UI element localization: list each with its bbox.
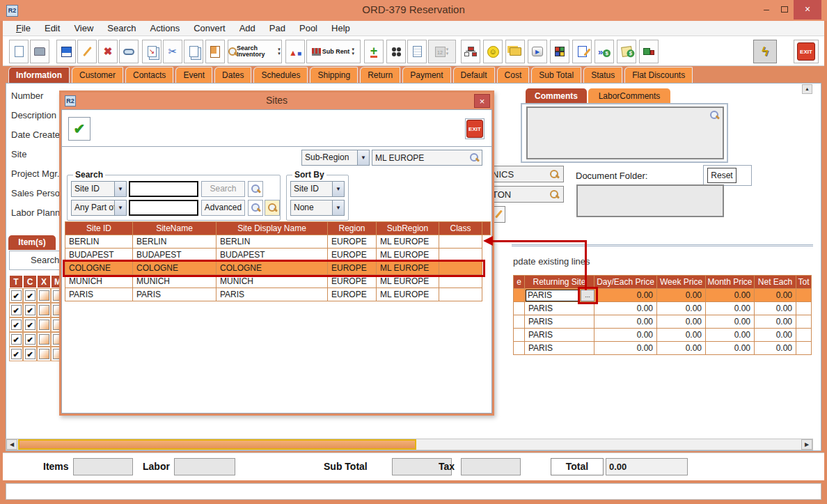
col-header-week-price[interactable]: Week Price <box>657 276 706 289</box>
checkbox[interactable] <box>23 332 37 347</box>
advanced-find-button[interactable] <box>248 200 263 216</box>
chevron-down-icon[interactable]: ▼ <box>114 182 126 196</box>
tab-dates[interactable]: Dates <box>214 67 251 83</box>
customer-button[interactable]: ☺ <box>483 40 503 63</box>
col-header-class[interactable]: Class <box>439 222 482 235</box>
magnifier-icon[interactable] <box>470 153 479 162</box>
dialog-close-button[interactable]: × <box>474 94 490 108</box>
table-row[interactable]: PARIS 0.00 0.00 0.00 0.00 <box>514 315 812 329</box>
search-button[interactable]: Search <box>201 181 245 197</box>
col-header-site-id[interactable]: Site ID <box>65 222 133 235</box>
tab-schedules[interactable]: Schedules <box>253 67 308 83</box>
transport-button[interactable] <box>639 40 659 63</box>
table-row[interactable]: PARIS 0.00 0.00 0.00 0.00 <box>514 302 812 315</box>
comments-textarea[interactable] <box>526 107 724 159</box>
tab-return[interactable]: Return <box>360 67 400 83</box>
checkbox[interactable] <box>37 317 51 332</box>
checkbox[interactable] <box>37 332 51 347</box>
maximize-button[interactable] <box>774 0 795 19</box>
col-header-day-each-price[interactable]: Day/Each Price <box>594 276 657 289</box>
org-chart-button[interactable] <box>461 40 480 63</box>
chevron-down-icon[interactable]: ▼ <box>332 200 344 215</box>
scroll-up-button[interactable]: ▲ <box>802 84 812 94</box>
menu-pool[interactable]: Pool <box>293 22 324 35</box>
col-header-month-price[interactable]: Month Price <box>706 276 755 289</box>
history-folder-button[interactable] <box>505 40 525 63</box>
checkbox[interactable] <box>23 288 37 303</box>
checkbox[interactable] <box>9 317 23 332</box>
search-input-2[interactable] <box>129 200 198 216</box>
tab-flat-discounts[interactable]: Flat Discounts <box>624 67 693 83</box>
tab-comments[interactable]: Comments <box>526 88 587 103</box>
table-row-paris[interactable]: PARISPARISPARISEUROPEML EUROPE <box>65 288 482 301</box>
edit-button[interactable] <box>77 40 97 63</box>
tab-labor-comments[interactable]: LaborComments <box>588 88 670 103</box>
save-button[interactable] <box>56 40 76 63</box>
horizontal-scrollbar[interactable]: ◀ ▶ <box>6 439 813 450</box>
menu-view[interactable]: View <box>68 22 100 35</box>
search-lookup-button[interactable] <box>248 181 263 197</box>
edit-note-button[interactable] <box>572 40 592 63</box>
partial-field-ton[interactable]: TON <box>487 186 564 203</box>
exit-button[interactable]: EXIT <box>794 40 819 63</box>
partial-field-nics[interactable]: NICS <box>487 166 564 182</box>
copy-move-button[interactable]: ↘ <box>142 40 162 63</box>
advanced-button[interactable]: Advanced <box>201 200 245 216</box>
tab-information[interactable]: Information <box>8 67 70 83</box>
scroll-left-button[interactable]: ◀ <box>6 439 17 450</box>
menu-help[interactable]: Help <box>325 22 356 35</box>
chevron-down-icon[interactable]: ▼ <box>357 150 369 165</box>
menu-file[interactable]: File <box>10 22 37 35</box>
menu-edit[interactable]: Edit <box>38 22 66 35</box>
col-header-site-name[interactable]: SiteName <box>133 222 216 235</box>
checkbox[interactable] <box>37 303 51 317</box>
chevron-down-icon[interactable]: ▼ <box>332 182 344 196</box>
checkbox[interactable] <box>9 303 23 317</box>
col-header-net-each[interactable]: Net Each <box>755 276 796 289</box>
quick-action-button[interactable]: ϟ <box>753 40 777 63</box>
menu-pad[interactable]: Pad <box>263 22 292 35</box>
scroll-right-button[interactable]: ▶ <box>801 439 812 450</box>
keyboard-button[interactable]: ▶ <box>528 40 547 63</box>
tab-event[interactable]: Event <box>175 67 212 83</box>
dropdown-arrows-icon[interactable]: ▼▼ <box>277 47 281 56</box>
checkbox[interactable] <box>23 303 37 317</box>
table-row-berlin[interactable]: BERLINBERLINBERLINEUROPEML EUROPE <box>65 235 482 249</box>
checkbox[interactable] <box>9 288 23 303</box>
tab-payment[interactable]: Payment <box>402 67 450 83</box>
menu-actions[interactable]: Actions <box>144 22 187 35</box>
search-inventory-button[interactable]: Search Inventory ▼▼ <box>228 40 282 63</box>
tab-cost[interactable]: Cost <box>497 67 530 83</box>
magnifier-icon[interactable] <box>550 190 559 199</box>
checkbox[interactable] <box>23 317 37 332</box>
group-button[interactable] <box>386 40 406 63</box>
table-find-button[interactable] <box>265 200 280 216</box>
magnifier-icon[interactable] <box>710 111 719 120</box>
col-header-region[interactable]: Region <box>328 222 377 235</box>
new-document-button[interactable] <box>9 40 29 63</box>
match-mode-select[interactable]: Any Part of ... ▼ <box>71 200 127 216</box>
table-row[interactable]: PARIS 0.00 0.00 0.00 0.00 <box>514 329 812 342</box>
sort-by-select[interactable]: Site ID ▼ <box>290 181 345 197</box>
tab-contacts[interactable]: Contacts <box>125 67 173 83</box>
tab-shipping[interactable]: Shipping <box>310 67 358 83</box>
reset-button[interactable]: Reset <box>707 168 737 183</box>
search-field-select[interactable]: Site ID ▼ <box>71 181 127 197</box>
tab-sub-total[interactable]: Sub Total <box>531 67 581 83</box>
dropdown-arrows-icon[interactable]: ▼▼ <box>351 47 355 56</box>
dialog-exit-button[interactable]: EXIT <box>465 118 485 139</box>
search-input-1[interactable] <box>129 181 198 197</box>
document-folder-box[interactable] <box>576 184 724 217</box>
checkbox[interactable] <box>9 347 23 361</box>
delete-button[interactable]: ✖ <box>98 40 118 63</box>
magnifier-icon[interactable] <box>550 170 559 179</box>
checkbox[interactable] <box>9 332 23 347</box>
tab-status[interactable]: Status <box>583 67 622 83</box>
accept-button[interactable]: ✔ <box>68 117 90 141</box>
print-button[interactable] <box>30 40 49 63</box>
notes-button[interactable] <box>407 40 427 63</box>
subregion-value-field[interactable]: ML EUROPE <box>372 150 482 166</box>
charge-button[interactable]: »$ <box>594 40 614 63</box>
packages-button[interactable] <box>550 40 569 63</box>
paste-button[interactable] <box>205 40 225 63</box>
